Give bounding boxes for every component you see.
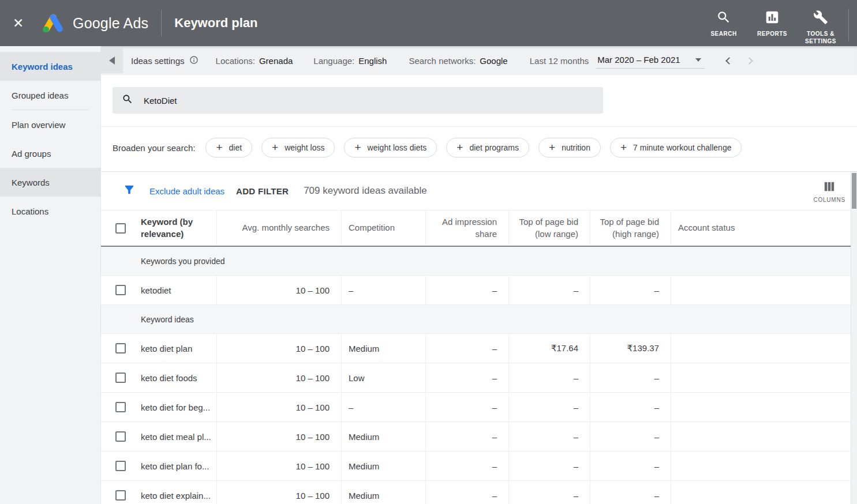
wrench-icon [813,10,828,27]
keyword-cell: keto diet meal pl... [101,422,217,451]
select-all-checkbox[interactable] [115,223,126,234]
top-of-page-bid-high-cell: – [590,422,671,451]
row-checkbox[interactable] [115,431,126,442]
top-of-page-bid-high-cell-value: – [654,403,659,412]
filter-bar: Exclude adult ideas ADD FILTER 709 keywo… [101,172,857,210]
sidebar-item-locations[interactable]: Locations [0,197,100,225]
header-competition[interactable]: Competition [342,210,426,246]
table-row: keto diet for beg...10 – 100–––– [101,393,857,422]
top-of-page-bid-high-cell-value: – [654,491,659,501]
search-networks-label: Search networks: [409,56,476,66]
top-of-page-bid-low-cell-value: ₹17.64 [551,343,578,353]
sidebar-item-label: Locations [12,206,48,216]
broaden-chip-diet[interactable]: +diet [205,138,252,157]
info-icon[interactable] [189,55,199,66]
search-networks-setting[interactable]: Search networks: Google [409,56,507,66]
top-of-page-bid-low-cell: – [509,393,590,422]
top-of-page-bid-high-cell-value: ₹139.37 [627,343,659,353]
keyword-ideas-table: Exclude adult ideas ADD FILTER 709 keywo… [101,171,857,504]
table-header-row: Keyword (by relevance) Avg. monthly sear… [101,210,857,247]
add-filter-button[interactable]: ADD FILTER [236,186,289,196]
topbar: ✕ Google Ads Keyword plan SEARCH [0,0,857,46]
top-of-page-bid-low-cell-value: – [574,285,578,295]
sidebar-item-plan-overview[interactable]: Plan overview [0,110,100,139]
table-section-row: Keywords you provided [101,247,857,276]
table-row: keto diet plan10 – 100Medium–₹17.64₹139.… [101,334,857,363]
page-title: Keyword plan [174,16,257,31]
top-of-page-bid-low-cell: – [509,422,590,451]
ad-impression-share-cell-value: – [492,491,497,501]
reports-button[interactable]: REPORTS [748,10,796,37]
header-label: Top of page bid (low range) [514,216,578,240]
competition-cell: Medium [342,334,426,363]
scrollbar-thumb[interactable] [852,173,856,209]
language-setting[interactable]: Language: English [313,56,387,66]
table-row: keto diet plan fo...10 – 100Medium––– [101,452,857,481]
plus-icon: + [456,142,463,153]
broaden-chip-diet-programs[interactable]: +diet programs [446,138,529,157]
top-of-page-bid-high-cell: – [590,276,671,304]
date-range-dropdown[interactable]: Mar 2020 – Feb 2021 [596,52,704,69]
row-checkbox[interactable] [115,402,126,412]
topbar-actions: SEARCH REPORTS TOOLS & SETTINGS [699,2,857,45]
header-top-of-page-bid-high[interactable]: Top of page bid (high range) [590,210,671,246]
top-of-page-bid-low-cell: – [509,452,590,480]
header-ad-impression-share[interactable]: Ad impression share [426,210,509,246]
columns-button[interactable]: COLUMNS [813,181,845,203]
sidebar-item-grouped-ideas[interactable]: Grouped ideas [0,81,100,110]
keyword-text: ketodiet [141,285,171,295]
ideas-settings-title[interactable]: Ideas settings [131,55,199,66]
header-label: Keyword (by relevance) [141,216,208,240]
chip-label: weight loss diets [368,143,427,152]
keyword-search-box[interactable] [113,87,603,114]
locations-setting[interactable]: Locations: Grenada [216,56,293,66]
search-button[interactable]: SEARCH [699,10,748,37]
header-top-of-page-bid-low[interactable]: Top of page bid (low range) [509,210,590,246]
next-period-chevron-icon[interactable] [746,57,753,65]
ad-impression-share-cell: – [426,452,509,480]
keyword-search-input[interactable] [143,95,594,106]
sidebar-item-keywords[interactable]: Keywords [0,168,100,197]
table-section-row: Keyword ideas [101,305,857,334]
row-checkbox[interactable] [115,343,126,353]
date-range-preset-label: Last 12 months [530,56,589,66]
top-of-page-bid-low-cell-value: – [574,373,578,383]
close-icon[interactable]: ✕ [13,17,32,30]
row-checkbox[interactable] [115,373,126,383]
avg-monthly-searches-cell: 10 – 100 [217,334,342,363]
account-status-cell [671,276,857,304]
broaden-chip-7-minute-workout[interactable]: +7 minute workout challenge [610,138,742,157]
reports-icon [765,10,780,27]
broaden-chip-weight-loss-diets[interactable]: +weight loss diets [344,138,437,157]
ad-impression-share-cell-value: – [492,285,497,295]
sidebar-item-ad-groups[interactable]: Ad groups [0,139,100,168]
chip-label: diet [229,143,242,152]
competition-cell: Medium [342,422,426,451]
keyword-text: keto diet foods [141,373,197,383]
top-of-page-bid-low-cell-value: – [574,491,578,501]
top-of-page-bid-high-cell: – [590,363,671,392]
collapse-panel-button[interactable] [101,48,123,73]
broaden-chip-nutrition[interactable]: +nutrition [538,138,601,157]
account-status-cell [671,452,857,480]
previous-period-chevron-icon[interactable] [725,57,733,65]
vertical-scrollbar[interactable] [851,172,857,504]
header-account-status[interactable]: Account status [671,210,857,246]
table-row: ketodiet10 – 100–––– [101,276,857,305]
row-checkbox[interactable] [115,461,126,471]
broaden-chip-weight-loss[interactable]: +weight loss [261,138,335,157]
top-of-page-bid-high-cell: ₹139.37 [590,334,671,363]
header-avg-monthly-searches[interactable]: Avg. monthly searches [217,210,342,246]
sidebar-item-keyword-ideas[interactable]: Keyword ideas [0,52,100,81]
top-of-page-bid-low-cell: ₹17.64 [509,334,590,363]
exclude-adult-ideas-link[interactable]: Exclude adult ideas [149,186,224,196]
row-checkbox[interactable] [115,285,126,295]
row-checkbox[interactable] [115,490,126,501]
chip-label: 7 minute workout challenge [633,143,731,152]
filter-funnel-icon[interactable] [123,183,136,198]
keyword-text: keto diet plan [141,344,192,353]
tools-settings-button[interactable]: TOOLS & SETTINGS [796,10,845,45]
avg-monthly-searches-cell-value: 10 – 100 [296,491,330,501]
ad-impression-share-cell-value: – [492,373,497,383]
competition-cell: – [342,393,426,422]
